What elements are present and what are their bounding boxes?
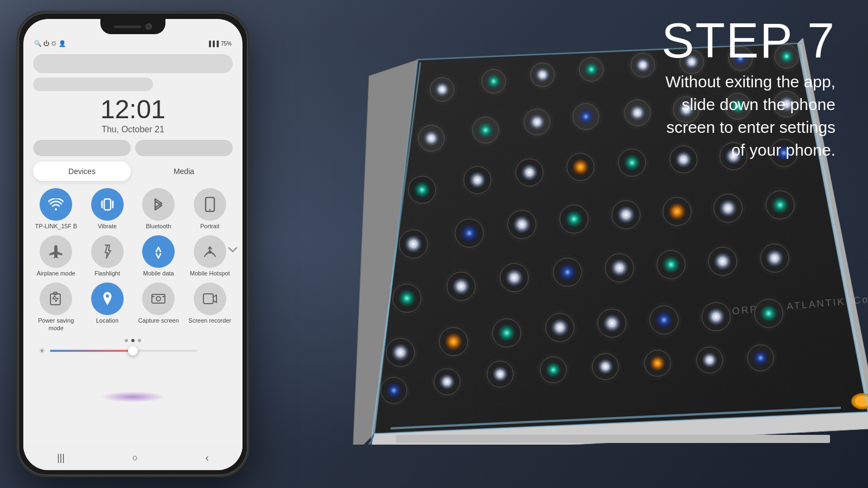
svg-point-8	[156, 297, 161, 301]
phone-body: 🔍 ⏻ ⚙ 👤 ▐▐▐ 75% 12:01 Thu, October 21	[16, 11, 250, 477]
tab-devices[interactable]: Devices	[33, 162, 131, 181]
clock-date: Thu, October 21	[33, 125, 233, 134]
svg-point-60	[623, 154, 641, 171]
svg-point-58	[572, 158, 589, 176]
scroll-chevron[interactable]	[228, 245, 237, 255]
brightness-thumb[interactable]	[128, 346, 138, 356]
tab-media[interactable]: Media	[135, 162, 233, 181]
hotspot-label: Mobile Hotspot	[190, 270, 229, 277]
svg-point-52	[413, 181, 431, 198]
svg-point-112	[707, 307, 725, 326]
nav-home-icon[interactable]: ○	[132, 452, 138, 464]
dot-2	[131, 339, 135, 342]
signal-icon: ▐▐▐	[207, 41, 219, 47]
toggle-flashlight[interactable]: Flashlight	[85, 235, 131, 277]
slider-row	[33, 140, 233, 156]
vibrate-icon[interactable]	[91, 188, 124, 221]
toggle-portrait[interactable]: Portrait	[187, 188, 233, 230]
flashlight-icon[interactable]	[91, 235, 124, 268]
svg-point-106	[551, 318, 569, 337]
location-label: Location	[96, 317, 119, 324]
svg-point-124	[597, 358, 614, 375]
svg-rect-9	[203, 294, 213, 304]
capture-label: Capture screen	[138, 317, 179, 324]
notch-speaker	[114, 25, 141, 28]
dot-3	[138, 339, 141, 342]
step-description: Without exiting the app,slide down the p…	[662, 70, 836, 162]
svg-point-56	[521, 164, 538, 181]
portrait-label: Portrait	[200, 223, 219, 230]
brightness-track[interactable]	[50, 350, 197, 352]
svg-point-120	[492, 366, 508, 382]
wifi-icon[interactable]	[40, 188, 72, 221]
toggle-location[interactable]: Location	[85, 282, 131, 331]
toggle-power-saving[interactable]: Power saving mode	[33, 282, 79, 331]
toggle-bluetooth[interactable]: Bluetooth	[136, 188, 182, 230]
svg-point-128	[701, 352, 718, 368]
svg-point-22	[486, 74, 501, 89]
bluetooth-label: Bluetooth	[146, 223, 171, 230]
svg-point-20	[435, 82, 450, 97]
toggle-wifi[interactable]: TP-LINK_15F B	[33, 188, 79, 230]
wifi-label: TP-LINK_15F B	[35, 223, 77, 230]
location-icon[interactable]	[91, 282, 124, 315]
tab-row[interactable]: Devices Media	[33, 162, 233, 181]
hotspot-icon[interactable]	[194, 235, 226, 268]
svg-point-40	[529, 114, 545, 130]
svg-point-38	[477, 122, 494, 138]
svg-point-96	[713, 252, 732, 271]
bluetooth-icon[interactable]	[142, 188, 175, 221]
power-saving-label: Power saving mode	[33, 317, 79, 331]
airplane-icon[interactable]	[40, 235, 72, 268]
capture-icon[interactable]	[142, 282, 175, 315]
dot-1	[125, 339, 128, 342]
slider-2	[135, 140, 233, 156]
svg-rect-0	[104, 199, 111, 210]
nav-back-icon[interactable]: ‹	[206, 452, 209, 464]
svg-point-114	[760, 304, 778, 323]
svg-point-2	[209, 209, 210, 211]
step-number: STEP 7	[662, 16, 836, 65]
svg-rect-7	[152, 294, 165, 303]
svg-point-36	[423, 130, 439, 146]
brightness-fill	[50, 350, 131, 352]
nav-bar: ||| ○ ‹	[23, 446, 242, 470]
svg-point-76	[617, 206, 635, 224]
phone-screen[interactable]: 🔍 ⏻ ⚙ 👤 ▐▐▐ 75% 12:01 Thu, October 21	[23, 19, 242, 470]
svg-point-92	[610, 259, 629, 277]
toggle-mobile-data[interactable]: Mobile data	[136, 235, 182, 277]
power-saving-icon[interactable]	[40, 282, 72, 315]
phone-notch	[100, 19, 165, 34]
toggle-recorder[interactable]: Screen recorder	[187, 282, 233, 331]
notch-camera	[145, 23, 152, 30]
clock-time: 12:01	[33, 97, 233, 123]
svg-point-82	[771, 196, 789, 214]
phone-container: 🔍 ⏻ ⚙ 👤 ▐▐▐ 75% 12:01 Thu, October 21	[16, 11, 250, 477]
svg-point-104	[497, 324, 516, 342]
vibrate-label: Vibrate	[98, 223, 117, 230]
toggle-capture[interactable]: Capture screen	[136, 282, 182, 331]
svg-point-100	[391, 343, 410, 362]
mobile-data-icon[interactable]	[142, 235, 175, 268]
toggle-hotspot[interactable]: Mobile Hotspot	[187, 235, 233, 277]
toggle-vibrate[interactable]: Vibrate	[85, 188, 131, 230]
step-area: STEP 7 Without exiting the app,slide dow…	[662, 16, 836, 162]
brightness-row: ☀	[33, 346, 203, 355]
toggle-airplane[interactable]: Airplane mode	[33, 235, 79, 277]
quick-toggle-grid: TP-LINK_15F B Vibrate	[33, 185, 233, 335]
svg-point-78	[668, 202, 686, 221]
svg-point-88	[505, 268, 524, 287]
recorder-icon[interactable]	[194, 282, 226, 315]
svg-point-116	[386, 382, 402, 399]
brightness-low-icon: ☀	[39, 346, 46, 355]
battery-text: 75%	[221, 41, 232, 47]
slider-1	[33, 140, 131, 156]
flashlight-label: Flashlight	[94, 270, 120, 277]
quick-settings-blur-bar	[33, 54, 233, 73]
svg-point-42	[578, 108, 594, 125]
nav-recent-icon[interactable]: |||	[57, 452, 65, 464]
portrait-icon[interactable]	[194, 188, 226, 221]
airplane-label: Airplane mode	[37, 270, 75, 277]
mobile-data-label: Mobile data	[143, 270, 174, 277]
svg-rect-14	[396, 435, 830, 443]
